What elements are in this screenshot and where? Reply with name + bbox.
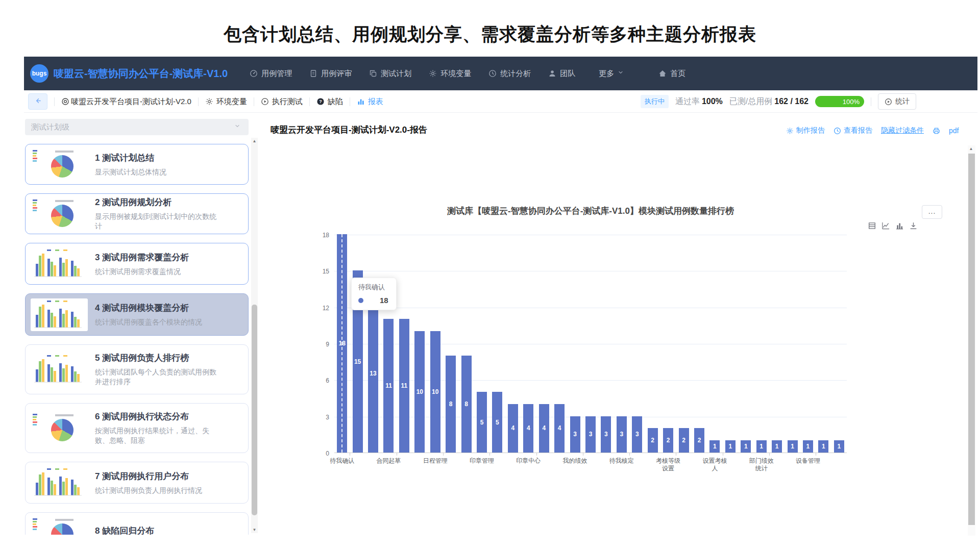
- toolbar-env-variables[interactable]: 环境变量: [205, 97, 247, 107]
- chart-bar[interactable]: 1: [834, 440, 844, 453]
- data-view-icon[interactable]: [868, 221, 876, 230]
- chart-bar[interactable]: 1: [788, 440, 798, 453]
- chart-bar[interactable]: 18: [337, 234, 347, 453]
- report-card-4[interactable]: 4 测试用例模块覆盖分析统计测试用例覆盖各个模块的情况: [25, 293, 249, 336]
- sidebar-scrollbar[interactable]: ▲ ▼: [251, 138, 258, 533]
- line-chart-toggle-icon[interactable]: [881, 221, 890, 230]
- chart-bar[interactable]: 2: [663, 428, 673, 453]
- make-report-link[interactable]: 制作报告: [786, 126, 825, 135]
- chart-bar[interactable]: 1: [741, 440, 751, 453]
- pdf-link[interactable]: pdf: [949, 127, 959, 135]
- chart-bar[interactable]: 2: [694, 428, 704, 453]
- chart-bar[interactable]: 4: [523, 404, 533, 453]
- report-card-5[interactable]: 5 测试用例负责人排行榜统计测试团队每个人负责的测试用例数并进行排序: [25, 344, 249, 394]
- nav-item-home[interactable]: 首页: [650, 69, 694, 79]
- chart-bar[interactable]: 1: [756, 440, 767, 453]
- progress-bar: 100%: [815, 96, 864, 107]
- x-axis-tick: [489, 453, 490, 456]
- nav-item-test-plan[interactable]: 测试计划: [360, 69, 420, 79]
- nav-item-team[interactable]: 团队: [540, 69, 584, 79]
- chart-bar[interactable]: 1: [818, 440, 828, 453]
- target-icon: [61, 97, 69, 106]
- divider: [254, 97, 254, 106]
- app-title: 唛盟云-智慧协同办公平台-测试库-V1.0: [54, 67, 228, 81]
- chart-bar[interactable]: 3: [617, 416, 627, 453]
- chart-bar[interactable]: 4: [508, 404, 518, 453]
- chart-bar[interactable]: 8: [446, 356, 456, 453]
- chart-bar[interactable]: 5: [492, 392, 502, 453]
- nav-items: 用例管理用例评审测试计划环境变量统计分析团队: [241, 69, 584, 79]
- report-card-7[interactable]: 7 测试用例执行用户分布统计测试用例负责人用例执行情况: [25, 462, 249, 504]
- gridline: [334, 271, 847, 271]
- nav-item-env-variables[interactable]: 环境变量: [420, 69, 480, 79]
- bar-chart-toggle-icon[interactable]: [895, 221, 904, 230]
- back-button[interactable]: [28, 93, 47, 110]
- main-scrollbar[interactable]: ▲: [968, 145, 975, 536]
- report-actions: 制作报告 查看报告 隐藏过滤条件 pdf: [786, 126, 959, 135]
- toolbar-report[interactable]: 报表: [357, 97, 383, 107]
- scroll-down-icon[interactable]: ▼: [251, 528, 258, 532]
- chart-bar[interactable]: 4: [554, 404, 565, 453]
- chart-bar[interactable]: 3: [632, 416, 642, 453]
- download-icon[interactable]: [909, 221, 918, 230]
- chart-bar[interactable]: 1: [803, 440, 813, 453]
- bar-value-label: 1: [728, 443, 732, 450]
- view-report-link[interactable]: 查看报告: [834, 126, 872, 135]
- scroll-up-icon[interactable]: ▲: [968, 146, 974, 151]
- report-more-button[interactable]: ...: [922, 205, 942, 219]
- chart-bar[interactable]: 10: [430, 331, 440, 453]
- chart-bar[interactable]: 11: [399, 319, 409, 453]
- main-scrollbar-thumb[interactable]: [968, 154, 975, 525]
- scroll-up-icon[interactable]: ▲: [251, 139, 258, 143]
- chart-bar[interactable]: 1: [772, 440, 782, 453]
- nav-item-case-management[interactable]: 用例管理: [241, 69, 301, 79]
- home-label: 首页: [670, 69, 685, 79]
- chart-bar[interactable]: 1: [709, 440, 720, 453]
- sidebar-scrollbar-thumb[interactable]: [252, 305, 257, 515]
- bar-value-label: 4: [558, 424, 561, 432]
- bar-value-label: 5: [480, 419, 484, 426]
- chart-bar[interactable]: 8: [461, 356, 472, 453]
- plan-level-select[interactable]: 测试计划级: [25, 119, 249, 135]
- pie-thumbnail: [51, 205, 74, 227]
- nav-item-more[interactable]: 更多: [590, 69, 634, 79]
- top-navbar: bugs 唛盟云-智慧协同办公平台-测试库-V1.0 用例管理用例评审测试计划环…: [24, 57, 977, 90]
- clock-icon: [488, 69, 497, 78]
- report-card-8[interactable]: 8 缺陷回归分布: [25, 512, 249, 535]
- chart-bar[interactable]: 3: [570, 416, 580, 453]
- hide-filter-link[interactable]: 隐藏过滤条件: [881, 126, 924, 135]
- chart-bar[interactable]: 11: [383, 319, 394, 453]
- toolbar-run-test[interactable]: 执行测试: [261, 97, 303, 107]
- chart-bar[interactable]: 2: [648, 428, 658, 453]
- chart-bar[interactable]: 10: [414, 331, 425, 453]
- nav-item-case-review[interactable]: 用例评审: [301, 69, 360, 79]
- stats-button[interactable]: 统计: [878, 93, 916, 110]
- toolbar-defects[interactable]: ? 缺陷: [316, 97, 343, 107]
- report-card-3[interactable]: 3 测试用例需求覆盖分析统计测试用例需求覆盖情况: [25, 243, 249, 285]
- gridline: [334, 235, 847, 235]
- nav-item-stats-analysis[interactable]: 统计分析: [480, 69, 540, 79]
- chart-bar[interactable]: 1: [725, 440, 736, 453]
- x-axis-label: 设置考核 人: [693, 457, 736, 472]
- card-title: 2 测试用例规划分析: [95, 196, 223, 208]
- print-icon[interactable]: [933, 127, 940, 135]
- report-card-2[interactable]: 2 测试用例规划分析显示用例被规划到测试计划中的次数统计: [25, 193, 249, 234]
- chart-bar[interactable]: 13: [368, 295, 378, 453]
- tooltip-series-name: 待我确认: [358, 283, 388, 292]
- chart-bar[interactable]: 3: [585, 416, 596, 453]
- more-label: 更多: [599, 69, 614, 79]
- chart-bar[interactable]: 2: [679, 428, 689, 453]
- report-card-6[interactable]: 6 测试用例执行状态分布按测试用例执行结果统计，通过、失败、忽略、阻塞: [25, 403, 249, 453]
- x-axis-label: 设备管理: [787, 457, 829, 465]
- bar-value-label: 2: [698, 437, 701, 444]
- project-breadcrumb[interactable]: 唛盟云开发平台项目-测试计划-V2.0: [61, 97, 191, 107]
- report-card-1[interactable]: 1 测试计划总结显示测试计划总体情况: [25, 144, 249, 185]
- user-icon: [548, 69, 556, 78]
- chart-bar[interactable]: 5: [477, 392, 487, 453]
- chart-bar[interactable]: 4: [539, 404, 549, 453]
- app-logo[interactable]: bugs: [30, 64, 48, 83]
- x-axis-tick: [816, 453, 816, 456]
- copy-icon: [369, 69, 377, 78]
- chart-bar[interactable]: 3: [601, 416, 611, 453]
- pass-rate: 通过率100%: [675, 96, 723, 107]
